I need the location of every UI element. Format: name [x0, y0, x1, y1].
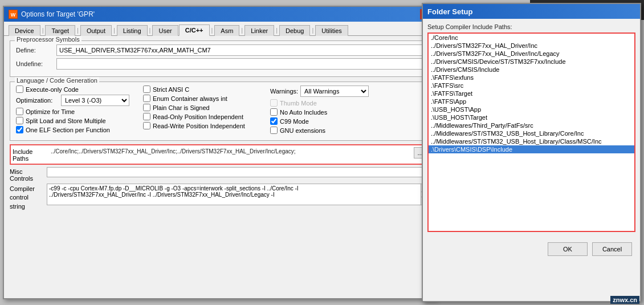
gnu-ext-row: GNU extensions	[270, 127, 418, 134]
one-elf-row: One ELF Section per Function	[16, 126, 134, 133]
main-dialog-titlebar: W Options for Target 'GPR' ✕	[4, 7, 435, 22]
strict-ansi-check[interactable]	[143, 86, 150, 93]
plain-char-check[interactable]	[143, 104, 150, 111]
tab-target[interactable]: Target	[45, 25, 75, 36]
path-item-14[interactable]: .\Drivers\CMSIS\DSP\Include	[429, 145, 634, 153]
ok-button[interactable]: OK	[548, 242, 588, 256]
compiler-row: Compilercontrolstring -c99 -c -cpu Corte…	[10, 184, 429, 211]
c99-mode-row: C99 Mode	[270, 117, 418, 125]
tab-bar: Device | Target | Output | Listing | Use…	[4, 22, 435, 36]
path-item-10[interactable]: .\USB_HOST\Target	[429, 113, 634, 121]
path-item-11[interactable]: ../Middlewares/Third_Party/FatFs/src	[429, 121, 634, 129]
c99-mode-check[interactable]	[270, 117, 278, 125]
app-icon: W	[9, 10, 18, 19]
watermark: znwx.cn	[610, 296, 639, 304]
path-item-8[interactable]: .\FATFS\App	[429, 97, 634, 105]
lang-col1: Execute-only Code Optimization: Level 3 …	[16, 86, 138, 135]
titlebar-left: W Options for Target 'GPR'	[9, 10, 95, 19]
path-item-4[interactable]: ../Drivers/CMSIS/Include	[429, 66, 634, 74]
language-section: Language / Code Generation Execute-only …	[10, 82, 429, 141]
preprocessor-label: Preprocessor Symbols	[15, 36, 81, 43]
gnu-ext-check[interactable]	[270, 127, 278, 134]
undefine-row: Undefine:	[16, 58, 423, 70]
path-item-6[interactable]: .\FATFS\src	[429, 82, 634, 90]
split-load-label: Split Load and Store Multiple	[26, 117, 106, 124]
tab-listing[interactable]: Listing	[117, 25, 148, 36]
optimize-time-check[interactable]	[16, 108, 23, 115]
define-input[interactable]	[56, 44, 423, 56]
include-label: IncludePaths	[13, 147, 50, 162]
execute-only-check[interactable]	[16, 86, 23, 93]
path-item-0[interactable]: ./Core/Inc	[429, 34, 634, 42]
optimize-time-row: Optimize for Time	[16, 108, 134, 115]
plain-char-label: Plain Char is Signed	[153, 104, 210, 111]
execute-only-row: Execute-only Code	[16, 86, 134, 93]
one-elf-check[interactable]	[16, 126, 23, 133]
folder-buttons: OK Cancel	[427, 239, 635, 259]
no-auto-label: No Auto Includes	[280, 109, 327, 116]
ro-position-row: Read-Only Position Independent	[143, 113, 261, 120]
main-dialog: W Options for Target 'GPR' ✕ Device | Ta…	[3, 6, 436, 299]
path-item-9[interactable]: .\USB_HOST\App	[429, 105, 634, 113]
path-item-13[interactable]: ../Middlewares/ST/STM32_USB_Host_Library…	[429, 137, 634, 145]
tab-linker[interactable]: Linker	[244, 25, 274, 36]
optimization-select[interactable]: Level 3 (-O3)	[61, 95, 129, 106]
undefine-label: Undefine:	[16, 60, 53, 67]
compiler-label: Compilercontrolstring	[10, 184, 47, 211]
folder-content: Setup Compiler Include Paths: ./Core/Inc…	[423, 19, 640, 264]
tab-device[interactable]: Device	[9, 25, 40, 36]
warnings-label: Warnings:	[270, 88, 298, 95]
ro-position-check[interactable]	[143, 113, 150, 120]
folder-titlebar: Folder Setup	[423, 4, 640, 19]
tab-utilities[interactable]: Utilities	[315, 25, 348, 36]
path-item-1[interactable]: ../Drivers/STM32F7xx_HAL_Driver/Inc	[429, 42, 634, 50]
thumb-mode-label: Thumb Mode	[280, 100, 317, 107]
tab-asm[interactable]: Asm	[214, 25, 239, 36]
preprocessor-section: Preprocessor Symbols Define: Undefine:	[10, 40, 429, 77]
enum-container-check[interactable]	[143, 95, 150, 102]
undefine-input[interactable]	[56, 58, 423, 70]
optimize-time-label: Optimize for Time	[26, 108, 75, 115]
c99-mode-label: C99 Mode	[280, 118, 309, 125]
path-item-12[interactable]: ../Middlewares/ST/STM32_USB_Host_Library…	[429, 129, 634, 137]
strict-ansi-label: Strict ANSI C	[153, 86, 189, 93]
lang-col3: Warnings: All Warnings Thumb Mode No Aut…	[270, 86, 423, 136]
tab-output[interactable]: Output	[80, 25, 112, 36]
path-item-3[interactable]: ../Drivers/CMSIS/Device/ST/STM32F7xx/Inc…	[429, 58, 634, 66]
plain-char-row: Plain Char is Signed	[143, 104, 261, 111]
main-dialog-title: Options for Target 'GPR'	[21, 10, 95, 18]
path-item-5[interactable]: .\FATFS\exfuns	[429, 74, 634, 82]
rw-position-row: Read-Write Position Independent	[143, 122, 261, 129]
tab-cpp[interactable]: C/C++	[179, 25, 210, 36]
warnings-select[interactable]: All Warnings	[300, 86, 369, 97]
misc-row: MiscControls	[10, 167, 429, 182]
ro-position-label: Read-Only Position Independent	[153, 113, 243, 120]
define-row: Define:	[16, 44, 423, 56]
tab-user[interactable]: User	[152, 25, 178, 36]
gnu-ext-label: GNU extensions	[280, 127, 325, 134]
folder-dialog: Folder Setup Setup Compiler Include Path…	[422, 3, 641, 302]
cancel-button[interactable]: Cancel	[592, 242, 632, 256]
one-elf-label: One ELF Section per Function	[26, 127, 110, 133]
lang-col2: Strict ANSI C Enum Container always int …	[143, 86, 266, 131]
dialog-content: Preprocessor Symbols Define: Undefine: L…	[4, 36, 435, 294]
misc-input[interactable]	[47, 167, 429, 177]
include-value: ../Core/Inc;../Drivers/STM32F7xx_HAL_Dri…	[50, 147, 414, 156]
tab-debug[interactable]: Debug	[279, 25, 310, 36]
split-load-check[interactable]	[16, 117, 23, 124]
enum-container-label: Enum Container always int	[153, 95, 227, 102]
define-label: Define:	[16, 47, 53, 54]
rw-position-check[interactable]	[143, 122, 150, 129]
compiler-line1: -c99 -c -cpu Cortex-M7.fp.dp -D__MICROLI…	[49, 185, 418, 192]
strict-ansi-row: Strict ANSI C	[143, 86, 261, 93]
compiler-line2: ../Drivers/STM32F7xx_HAL_Driver/Inc -I .…	[49, 192, 418, 198]
compiler-text-area: -c99 -c -cpu Cortex-M7.fp.dp -D__MICROLI…	[47, 184, 429, 205]
no-auto-check[interactable]	[270, 108, 278, 116]
split-load-row: Split Load and Store Multiple	[16, 117, 134, 124]
no-auto-row: No Auto Includes	[270, 108, 418, 116]
path-item-2[interactable]: ../Drivers/STM32F7xx_HAL_Driver/Inc/Lega…	[429, 50, 634, 58]
thumb-mode-check[interactable]	[270, 99, 278, 107]
folder-section-label: Setup Compiler Include Paths:	[427, 23, 635, 30]
path-item-7[interactable]: .\FATFS\Target	[429, 90, 634, 97]
misc-label: MiscControls	[10, 167, 47, 182]
